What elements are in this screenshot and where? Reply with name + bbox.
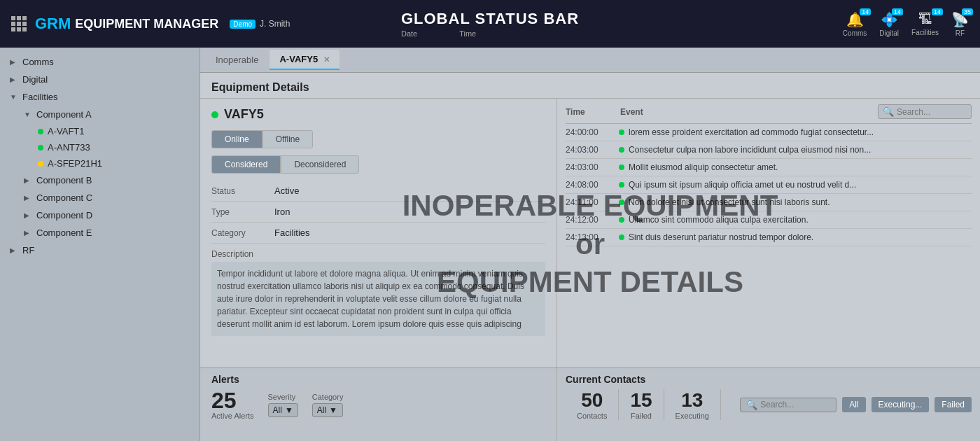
logo-grm: GRM	[35, 15, 71, 33]
desc-label: Description	[211, 249, 545, 259]
event-text: Consectetur culpa non labore incididunt …	[629, 145, 972, 155]
event-row: 24:00:00 lorem esse proident exercitatio…	[566, 124, 972, 141]
offline-button[interactable]: Offline	[262, 130, 313, 148]
event-time: 24:12:00	[566, 215, 615, 225]
search-icon: 🔍	[746, 400, 757, 410]
content-wrapper: Inoperable A-VAFY5 ✕ Equipment Details V…	[200, 48, 980, 441]
tab-inoperable-label: Inoperable	[216, 55, 258, 65]
severity-label: Severity	[268, 393, 298, 401]
executing-contacts-label: Executing	[676, 412, 709, 420]
comms-label: Comms	[843, 29, 867, 37]
event-col-header: Event	[620, 107, 872, 117]
event-text: Mollit eiusmod aliquip consectetur amet.	[629, 162, 972, 172]
sidebar-item-component-d[interactable]: ▶ Component D	[14, 206, 200, 224]
facilities-badge[interactable]: 14 🏗 Facilities	[911, 11, 939, 36]
event-row: 24:03:00 Consectetur culpa non labore in…	[566, 141, 972, 159]
left-panel: VAFY5 Online Offline Considered Deconsid…	[200, 99, 557, 368]
executing-contacts: 13 Executing	[664, 389, 721, 420]
comms-badge[interactable]: 14 🔔 Comms	[843, 11, 867, 37]
sidebar-item-component-a[interactable]: ▼ Component A	[14, 106, 200, 123]
category-select[interactable]: All ▼	[312, 403, 344, 417]
status-field: Status Active	[211, 181, 545, 202]
sidebar-item-component-e[interactable]: ▶ Component E	[14, 224, 200, 241]
failed-contacts: 15 Failed	[619, 389, 664, 420]
arrow-icon: ▶	[10, 246, 18, 254]
sidebar-label-component-b: Component B	[36, 175, 92, 186]
event-search[interactable]: 🔍	[878, 104, 972, 119]
event-time: 24:03:00	[566, 162, 615, 172]
sidebar-item-digital[interactable]: ▶ Digital	[0, 71, 200, 88]
device-name: VAFY5	[224, 107, 264, 122]
badge-area: 14 🔔 Comms 14 💠 Digital 14 🏗 Facilities …	[843, 11, 969, 37]
filter-failed-button[interactable]: Failed	[934, 397, 972, 412]
contacts-search[interactable]: 🔍	[740, 398, 836, 412]
online-offline-toggle: Online Offline	[211, 130, 545, 148]
main-layout: ▶ Comms ▶ Digital ▼ Facilities ▼ Compone…	[0, 48, 980, 441]
top-bar: GRM EQUIPMENT MANAGER Demo J. Smith GLOB…	[0, 0, 980, 48]
event-dot	[619, 234, 624, 240]
sidebar-item-rf[interactable]: ▶ RF	[0, 241, 200, 259]
online-button[interactable]: Online	[211, 130, 262, 148]
sidebar-label-a-sfep21h1: A-SFEP21H1	[48, 158, 102, 169]
contacts-actions: 🔍 All Executing... Failed	[740, 397, 972, 412]
rf-badge[interactable]: 35 📡 RF	[951, 11, 969, 37]
digital-count: 14	[892, 8, 903, 15]
tab-inoperable[interactable]: Inoperable	[206, 50, 268, 69]
sidebar-item-comms[interactable]: ▶ Comms	[0, 53, 200, 71]
logo-area: GRM EQUIPMENT MANAGER	[11, 15, 218, 33]
considered-button[interactable]: Considered	[211, 155, 281, 174]
event-row: 24:12:00 Ullamco sint commodo aliqua cul…	[566, 211, 972, 229]
tab-close-icon[interactable]: ✕	[323, 55, 330, 64]
filter-all-button[interactable]: All	[842, 397, 865, 412]
sidebar-item-a-vaft1[interactable]: A-VAFT1	[28, 123, 200, 139]
tab-a-vafy5[interactable]: A-VAFY5 ✕	[270, 50, 339, 70]
grid-icon	[11, 16, 27, 31]
user-info: Demo J. Smith	[230, 19, 290, 29]
total-contacts-label: Contacts	[577, 412, 607, 420]
sidebar-item-component-c[interactable]: ▶ Component C	[14, 189, 200, 206]
arrow-icon: ▶	[10, 58, 18, 66]
event-dot	[619, 147, 624, 153]
deconsidered-button[interactable]: Deconsidered	[281, 155, 359, 174]
event-row: 24:11:00 Non dolore et nisi ut consectet…	[566, 194, 972, 211]
rf-label: RF	[955, 29, 965, 37]
device-name-row: VAFY5	[211, 107, 545, 122]
type-label: Type	[211, 207, 274, 217]
contacts-search-input[interactable]	[760, 400, 830, 410]
sidebar-item-a-ant733[interactable]: A-ANT733	[28, 139, 200, 155]
demo-badge: Demo	[230, 20, 255, 29]
considered-toggle: Considered Deconsidered	[211, 155, 545, 174]
event-text: Sint duis deserunt pariatur nostrud temp…	[629, 232, 972, 242]
contacts-title: Current Contacts	[566, 374, 972, 385]
arrow-icon: ▼	[24, 111, 32, 118]
event-search-input[interactable]	[897, 107, 967, 117]
sidebar-label-facilities: Facilities	[22, 92, 58, 102]
severity-select[interactable]: All ▼	[268, 403, 298, 417]
digital-badge[interactable]: 14 💠 Digital	[879, 11, 899, 37]
filter-executing-button[interactable]: Executing...	[872, 397, 930, 412]
event-time: 24:08:00	[566, 180, 615, 190]
event-time: 24:03:00	[566, 145, 615, 155]
sidebar-label-comms: Comms	[22, 57, 54, 67]
event-list: 24:00:00 lorem esse proident exercitatio…	[566, 124, 972, 362]
sidebar-label-rf: RF	[22, 245, 34, 255]
event-text: Ullamco sint commodo aliqua culpa exerci…	[629, 215, 972, 225]
equipment-details-header: Equipment Details	[200, 73, 980, 99]
status-dot-green	[38, 145, 43, 150]
sidebar-label-a-vaft1: A-VAFT1	[48, 126, 85, 136]
rf-count: 35	[962, 8, 973, 15]
description-area: Description Tempor incididunt ut labore …	[211, 249, 545, 336]
alerts-panel: Alerts 25 Active Alerts Severity All ▼	[200, 368, 557, 441]
status-value: Active	[274, 186, 299, 196]
time-label: Time	[459, 29, 476, 38]
event-time: 24:13:00	[566, 232, 615, 242]
category-field: Category Facilities	[211, 223, 545, 244]
status-label: Status	[211, 186, 274, 196]
sidebar-item-component-b[interactable]: ▶ Component B	[14, 172, 200, 189]
time-col-header: Time	[566, 107, 615, 117]
sidebar-item-a-sfep21h1[interactable]: A-SFEP21H1	[28, 155, 200, 172]
global-status-area: GLOBAL STATUS BAR Date Time	[401, 10, 579, 38]
sidebar-item-facilities[interactable]: ▼ Facilities	[0, 88, 200, 106]
type-value: Iron	[274, 206, 290, 217]
category-value: All	[317, 405, 326, 415]
